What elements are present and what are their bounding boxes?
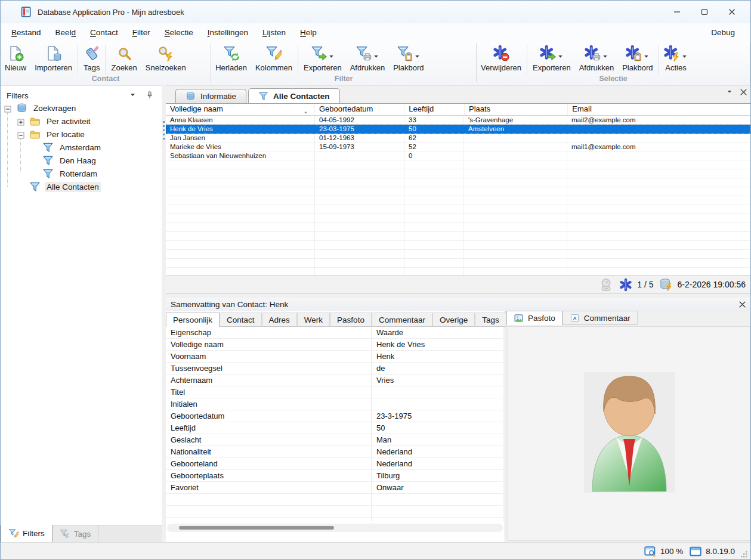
tree-expander-minus[interactable] <box>4 104 11 112</box>
dropdown-arrow-icon[interactable] <box>602 51 608 56</box>
property-row[interactable]: FavorietOnwaar <box>166 482 504 494</box>
property-row[interactable]: Titel <box>166 386 504 398</box>
table-row[interactable]: Marieke de Vries15-09-197352mail1@exampl… <box>166 143 751 151</box>
sidebar-splitter[interactable] <box>162 85 166 542</box>
table-row[interactable]: Anna Klaasen04-05-199233's-Gravenhagemai… <box>166 116 751 125</box>
filters-tree: ZoekvragenPer activiteitPer locatieAmste… <box>1 101 162 193</box>
property-row[interactable]: GeslachtMan <box>166 434 504 446</box>
property-row[interactable]: AchternaamVries <box>166 375 504 386</box>
dropdown-arrow-icon[interactable] <box>558 51 563 56</box>
property-row[interactable]: Initialen <box>166 398 504 410</box>
property-row[interactable]: Leeftijd50 <box>166 422 504 434</box>
table-cell <box>315 151 404 160</box>
toolbar-button-verwijderen-selectie[interactable]: Verwijderen <box>477 43 526 73</box>
dropdown-arrow-icon[interactable] <box>682 51 687 56</box>
menu-item-bestand[interactable]: Bestand <box>4 23 48 41</box>
column-header-volledige-naam[interactable]: Volledige naam <box>166 104 315 115</box>
property-row[interactable]: Tussenvoegselde <box>166 363 504 375</box>
titlebar: Database Application Pro - Mijn adresboe… <box>1 1 750 23</box>
menu-item-lijsten[interactable]: Lijsten <box>255 23 293 41</box>
tree-item-amsterdam[interactable]: Amsterdam <box>1 141 162 154</box>
column-header-leeftijd[interactable]: Leeftijd <box>404 104 465 115</box>
tab-alle-contacten[interactable]: Alle Contacten <box>248 88 340 103</box>
menu-item-selectie[interactable]: Selectie <box>157 23 200 41</box>
property-row[interactable]: Geboortedatum23-3-1975 <box>166 410 504 422</box>
toolbar-button-label: Afdrukken <box>579 63 614 72</box>
toolbar-button-afdrukken-selectie[interactable]: Afdrukken <box>575 43 619 73</box>
tree-expander-minus[interactable] <box>17 131 24 138</box>
sidebar-tab-filters[interactable]: Filters <box>1 525 52 543</box>
table-row[interactable]: Henk de Vries23-03-197550Amstelveen <box>166 125 751 134</box>
property-empty-row <box>166 518 504 521</box>
minimize-button[interactable] <box>663 1 691 23</box>
photo-tab-pasfoto[interactable]: Pasfoto <box>506 311 563 325</box>
property-row[interactable]: GeboortelandNederland <box>166 458 504 470</box>
maximize-button[interactable] <box>691 1 718 23</box>
sidebar-title: Filters <box>7 91 128 100</box>
menu-item-filter[interactable]: Filter <box>125 23 157 41</box>
column-header-email[interactable]: Email <box>568 104 751 115</box>
horizontal-scrollbar[interactable] <box>167 524 503 532</box>
property-row[interactable]: GeboorteplaatsTilburg <box>166 470 504 482</box>
toolbar-button-exporteren-selectie[interactable]: Exporteren <box>529 43 575 73</box>
tree-item-zoekvragen[interactable]: Zoekvragen <box>1 101 162 115</box>
table-cell: 23-03-1975 <box>315 125 404 134</box>
summary-tab-persoonlijk[interactable]: Persoonlijk <box>166 313 220 327</box>
summary-tab-commentaar[interactable]: Commentaar <box>372 313 432 327</box>
toolbar-button-kolommen-filter[interactable]: Kolommen <box>251 43 296 73</box>
property-row[interactable]: NationaliteitNederland <box>166 446 504 458</box>
column-header-plaats[interactable]: Plaats <box>465 104 568 115</box>
toolbar-button-plakbord-filter[interactable]: Plakbord <box>389 43 428 73</box>
dropdown-arrow-icon[interactable] <box>329 51 334 56</box>
toolbar-button-nieuw-contact[interactable]: Nieuw <box>1 43 30 73</box>
toolbar-button-acties-selectie[interactable]: Acties <box>660 43 691 73</box>
dropdown-arrow-icon[interactable] <box>415 51 420 56</box>
menu-item-contact[interactable]: Contact <box>83 23 125 41</box>
toolbar-button-snelzoeken-contact[interactable]: Snelzoeken <box>141 43 190 73</box>
menu-item-beeld[interactable]: Beeld <box>48 23 84 41</box>
tree-item-rotterdam[interactable]: Rotterdam <box>1 167 162 180</box>
menu-item-instellingen[interactable]: Instellingen <box>200 23 255 41</box>
version-window-icon <box>689 545 702 558</box>
menu-item-debug[interactable]: Debug <box>704 23 742 41</box>
resize-grip[interactable] <box>740 550 748 558</box>
print-filter-icon <box>356 45 372 61</box>
tree-item-alle-contacten[interactable]: Alle Contacten <box>1 180 162 193</box>
tree-item-den-haag[interactable]: Den Haag <box>1 154 162 167</box>
summary-tab-contact[interactable]: Contact <box>220 313 262 327</box>
toolbar-button-exporteren-filter[interactable]: Exporteren <box>299 43 346 73</box>
summary-tab-werk[interactable]: Werk <box>297 313 330 327</box>
tab-informatie[interactable]: Informatie <box>175 89 246 103</box>
summary-tab-overige[interactable]: Overige <box>432 313 475 327</box>
menu-item-help[interactable]: Help <box>293 23 324 41</box>
tree-item-per-locatie[interactable]: Per locatie <box>1 128 162 141</box>
property-row[interactable]: VoornaamHenk <box>166 351 504 363</box>
close-button[interactable] <box>718 1 746 23</box>
tab-close-icon[interactable] <box>739 88 748 97</box>
pin-icon[interactable] <box>145 91 154 100</box>
chevron-down-icon[interactable] <box>128 91 138 100</box>
table-row[interactable]: Jan Jansen01-12-196362 <box>166 134 751 143</box>
dropdown-arrow-icon[interactable] <box>373 51 379 56</box>
tree-expander-plus[interactable] <box>17 117 24 125</box>
summary-tab-adres[interactable]: Adres <box>262 313 297 327</box>
toolbar-button-zoeken-contact[interactable]: Zoeken <box>107 43 141 73</box>
scrollbar-thumb[interactable] <box>179 526 334 530</box>
summary-tab-pasfoto[interactable]: Pasfoto <box>330 313 372 327</box>
sidebar-tab-tags[interactable]: Tags <box>52 525 99 543</box>
toolbar-button-importeren-contact[interactable]: Importeren <box>30 43 76 73</box>
tab-list-chevron-icon[interactable] <box>725 88 734 97</box>
tree-item-per-activiteit[interactable]: Per activiteit <box>1 115 162 128</box>
summary-close-icon[interactable] <box>738 300 747 309</box>
splitter-grip[interactable] <box>163 121 165 141</box>
summary-tab-tags[interactable]: Tags <box>475 313 506 327</box>
toolbar-button-plakbord-selectie[interactable]: Plakbord <box>618 43 657 73</box>
toolbar-button-tags-contact[interactable]: Tags <box>79 43 104 73</box>
table-row[interactable]: Sebastiaan van Nieuwenhuizen0 <box>166 151 751 160</box>
property-row[interactable]: Volledige naamHenk de Vries <box>166 339 504 351</box>
toolbar-button-herladen-filter[interactable]: Herladen <box>211 43 251 73</box>
toolbar-button-afdrukken-filter[interactable]: Afdrukken <box>346 43 390 73</box>
dropdown-arrow-icon[interactable] <box>644 51 649 56</box>
column-header-geboortedatum[interactable]: Geboortedatum <box>315 104 404 115</box>
photo-tab-commentaar[interactable]: ACommentaar <box>563 311 638 325</box>
